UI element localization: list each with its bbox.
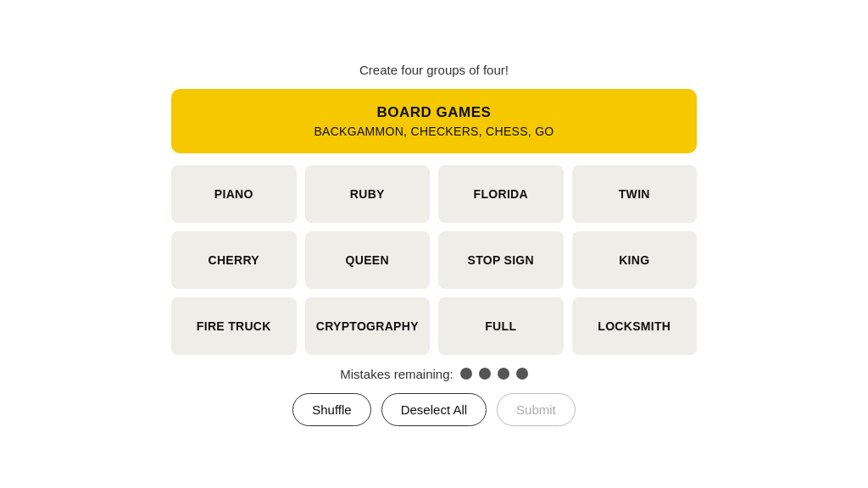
grid-cell-king[interactable]: KING <box>572 231 698 289</box>
grid-cell-full[interactable]: FULL <box>438 297 564 355</box>
category-items: BACKGAMMON, CHECKERS, CHESS, GO <box>188 125 680 138</box>
mistake-dot-4 <box>516 368 528 380</box>
grid-cell-florida[interactable]: FLORIDA <box>438 165 564 223</box>
solved-category: BOARD GAMES BACKGAMMON, CHECKERS, CHESS,… <box>171 89 697 153</box>
grid-cell-ruby[interactable]: RUBY <box>305 165 431 223</box>
mistakes-label: Mistakes remaining: <box>340 367 453 381</box>
submit-button[interactable]: Submit <box>497 393 576 426</box>
grid-cell-piano[interactable]: PIANO <box>171 165 297 223</box>
subtitle: Create four groups of four! <box>359 63 509 77</box>
mistake-dot-1 <box>460 368 472 380</box>
mistakes-row: Mistakes remaining: <box>340 367 527 381</box>
grid-cell-queen[interactable]: QUEEN <box>305 231 431 289</box>
mistake-dot-2 <box>479 368 491 380</box>
category-title: BOARD GAMES <box>188 104 680 121</box>
buttons-row: Shuffle Deselect All Submit <box>292 393 576 426</box>
grid-cell-cryptography[interactable]: CRYPTOGRAPHY <box>305 297 431 355</box>
mistake-dot-3 <box>498 368 509 380</box>
grid-cell-twin[interactable]: TWIN <box>572 165 698 223</box>
deselect-all-button[interactable]: Deselect All <box>381 393 487 426</box>
shuffle-button[interactable]: Shuffle <box>292 393 370 426</box>
grid-cell-cherry[interactable]: CHERRY <box>171 231 297 289</box>
grid-cell-fire-truck[interactable]: FIRE TRUCK <box>171 297 297 355</box>
word-grid: PIANO RUBY FLORIDA TWIN CHERRY QUEEN STO… <box>171 165 697 355</box>
grid-cell-locksmith[interactable]: LOCKSMITH <box>572 297 698 355</box>
game-container: Create four groups of four! BOARD GAMES … <box>171 63 697 426</box>
grid-cell-stop-sign[interactable]: STOP SIGN <box>438 231 564 289</box>
